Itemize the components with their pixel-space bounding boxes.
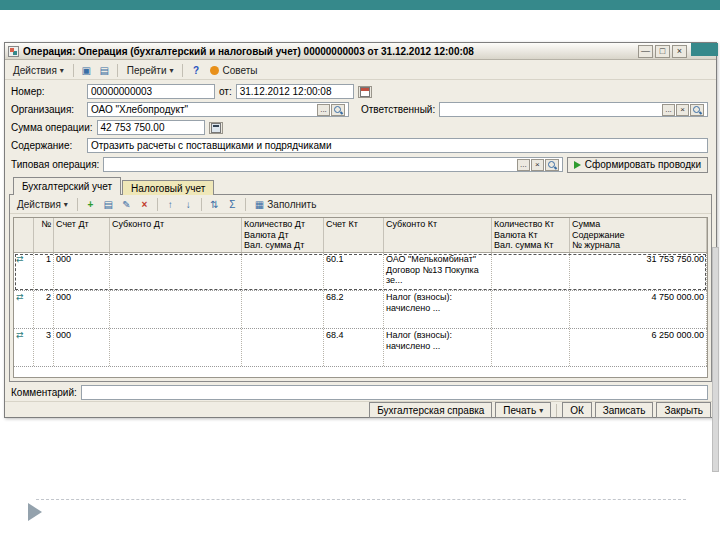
actions-menu-button[interactable]: Действия ▾ (9, 63, 68, 78)
clear-button[interactable]: × (676, 104, 689, 116)
accounting-reference-label: Бухгалтерская справка (377, 405, 484, 416)
copy-button[interactable]: ▤ (97, 63, 112, 78)
number-label: Номер: (11, 86, 83, 97)
copy-icon: ▤ (104, 199, 113, 210)
grid-actions-menu-button[interactable]: Действия ▾ (13, 197, 72, 212)
slide-dashed-divider (36, 499, 686, 500)
cell-debit-qty[interactable] (242, 253, 324, 290)
table-row[interactable]: ⇄ 2 000 68.2 Налог (взносы): начислено .… (14, 291, 707, 329)
cell-debit-subconto[interactable] (110, 253, 242, 290)
tab-tax[interactable]: Налоговый учет (122, 180, 214, 195)
amount-field[interactable]: 42 753 750.00 (97, 120, 205, 135)
header-line: Количество Дт (244, 219, 321, 230)
grid-header-credit-account: Счет Кт (324, 218, 384, 252)
cell-debit-account[interactable]: 000 (54, 291, 110, 328)
fill-button[interactable]: ▦ Заполнить (251, 197, 321, 212)
tab-accounting[interactable]: Бухгалтерский учет (13, 177, 121, 195)
cell-credit-subconto[interactable]: Налог (взносы): начислено ... (384, 291, 492, 328)
cell-debit-qty[interactable] (242, 329, 324, 366)
edit-row-button[interactable]: ✎ (119, 197, 134, 212)
subconto-line: ОАО "Мелькомбинат" (386, 254, 489, 265)
cell-credit-account[interactable]: 68.4 (324, 329, 384, 366)
cell-sum[interactable]: 31 753 750.00 (570, 253, 707, 290)
cell-debit-qty[interactable] (242, 291, 324, 328)
cell-sum[interactable]: 6 250 000.00 (570, 329, 707, 366)
table-row[interactable]: ⇄ 1 000 60.1 ОАО "Мелькомбинат" Договор … (14, 253, 707, 291)
grid-header-icon-column (14, 218, 34, 252)
arrow-down-icon: ↓ (186, 199, 191, 210)
cell-debit-subconto[interactable] (110, 291, 242, 328)
save-button[interactable]: ▣ (79, 63, 94, 78)
cell-credit-account[interactable]: 68.2 (324, 291, 384, 328)
totals-button[interactable]: Σ (225, 197, 240, 212)
calendar-button[interactable] (358, 86, 372, 98)
postings-grid: № Счет Дт Субконто Дт Количество Дт Валю… (13, 217, 708, 378)
responsible-field-buttons: ... × (662, 104, 704, 116)
tips-button[interactable]: Советы (206, 63, 261, 78)
print-button[interactable]: Печать ▾ (495, 402, 551, 418)
help-button[interactable]: ? (188, 63, 203, 78)
cell-credit-qty[interactable] (492, 329, 570, 366)
cell-credit-subconto[interactable]: Налог (взносы): начислено ... (384, 329, 492, 366)
posting-icon: ⇄ (16, 254, 24, 264)
choose-button[interactable]: ... (662, 104, 675, 116)
goto-menu-button[interactable]: Перейти ▾ (123, 63, 178, 78)
date-field[interactable]: 31.12.2012 12:00:08 (236, 84, 354, 99)
comment-label: Комментарий: (11, 387, 77, 398)
responsible-field[interactable]: ... × (439, 102, 708, 117)
organization-field[interactable]: ОАО "Хлебопродукт" ... (87, 102, 349, 117)
add-row-button[interactable]: + (83, 197, 98, 212)
cell-debit-account[interactable]: 000 (54, 329, 110, 366)
write-button[interactable]: Записать (595, 402, 654, 418)
window-toolbar: Действия ▾ ▣ ▤ Перейти ▾ ? Советы (5, 61, 716, 80)
typical-operation-row: Типовая операция: ... × Сформировать про… (11, 156, 708, 173)
grid-actions-label: Действия (17, 199, 61, 210)
cell-debit-account[interactable]: 000 (54, 253, 110, 290)
comment-field[interactable] (81, 385, 708, 400)
move-up-button[interactable]: ↑ (163, 197, 178, 212)
window-titlebar: Операция: Операция (бухгалтерский и нало… (5, 43, 716, 60)
typical-operation-field[interactable]: ... × (103, 157, 562, 172)
cell-credit-subconto[interactable]: ОАО "Мелькомбинат" Договор №13 Покупка з… (384, 253, 492, 290)
delete-icon: × (141, 199, 147, 210)
window-title: Операция: Операция (бухгалтерский и нало… (23, 46, 634, 57)
cell-num[interactable]: 3 (34, 329, 54, 366)
accounting-tab-page: Действия ▾ + ▤ ✎ × ↑ ↓ ⇅ Σ ▦ Заполнить № (9, 194, 712, 382)
cell-num[interactable]: 2 (34, 291, 54, 328)
content-value: Отразить расчеты с поставщиками и подряд… (91, 140, 331, 151)
open-button[interactable] (545, 159, 559, 171)
right-scrollbar-artifact[interactable] (712, 247, 719, 472)
move-down-button[interactable]: ↓ (181, 197, 196, 212)
add-icon: + (87, 199, 93, 210)
choose-button[interactable]: ... (317, 104, 330, 116)
table-row[interactable]: ⇄ 3 000 68.4 Налог (взносы): начислено .… (14, 329, 707, 367)
delete-row-button[interactable]: × (137, 197, 152, 212)
close-button[interactable]: × (672, 45, 687, 58)
cell-credit-account[interactable]: 60.1 (324, 253, 384, 290)
cell-credit-qty[interactable] (492, 291, 570, 328)
slide-top-accent-bar (0, 0, 720, 10)
close-window-button[interactable]: Закрыть (656, 402, 711, 418)
open-button[interactable] (690, 104, 704, 116)
open-button[interactable] (331, 104, 345, 116)
cell-sum[interactable]: 4 750 000.00 (570, 291, 707, 328)
ok-button[interactable]: ОК (562, 402, 592, 418)
copy-row-button[interactable]: ▤ (101, 197, 116, 212)
cell-credit-qty[interactable] (492, 253, 570, 290)
accounting-reference-button[interactable]: Бухгалтерская справка (369, 402, 492, 418)
cell-num[interactable]: 1 (34, 253, 54, 290)
choose-button[interactable]: ... (517, 159, 530, 171)
maximize-button[interactable]: □ (655, 45, 670, 58)
toolbar-separator (157, 198, 158, 211)
number-field[interactable]: 00000000003 (87, 84, 215, 99)
calculator-button[interactable] (209, 122, 223, 134)
typical-operation-label: Типовая операция: (11, 159, 99, 170)
minimize-button[interactable]: — (638, 45, 653, 58)
cell-debit-subconto[interactable] (110, 329, 242, 366)
content-field[interactable]: Отразить расчеты с поставщиками и подряд… (87, 138, 708, 153)
chevron-down-icon: ▾ (60, 66, 64, 75)
organization-label: Организация: (11, 104, 83, 115)
clear-button[interactable]: × (531, 159, 544, 171)
generate-postings-button[interactable]: Сформировать проводки (567, 157, 708, 173)
sort-button[interactable]: ⇅ (207, 197, 222, 212)
